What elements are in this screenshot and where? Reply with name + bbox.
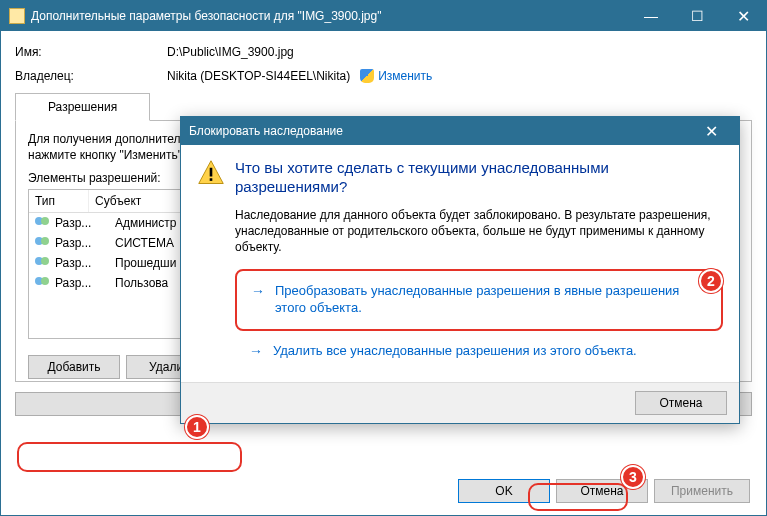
dialog-footer: Отмена xyxy=(181,382,739,423)
maximize-button[interactable]: ☐ xyxy=(674,1,720,31)
users-icon xyxy=(35,257,51,269)
dialog-question: Что вы хотите сделать с текущими унаслед… xyxy=(235,159,723,197)
close-button[interactable]: ✕ xyxy=(720,1,766,31)
block-inheritance-dialog: Блокировать наследование ✕ Что вы хотите… xyxy=(180,116,740,424)
svg-rect-1 xyxy=(210,168,213,177)
bottom-buttons: OK Отмена Применить xyxy=(458,479,750,503)
arrow-icon: → xyxy=(251,283,265,317)
titlebar[interactable]: Дополнительные параметры безопасности дл… xyxy=(1,1,766,31)
option-convert[interactable]: → Преобразовать унаследованные разрешени… xyxy=(235,269,723,331)
annotation-badge-1: 1 xyxy=(185,415,209,439)
folder-icon xyxy=(9,8,25,24)
owner-label: Владелец: xyxy=(15,69,167,83)
tab-permissions[interactable]: Разрешения xyxy=(15,93,150,121)
dialog-titlebar[interactable]: Блокировать наследование ✕ xyxy=(181,117,739,145)
dialog-body: Что вы хотите сделать с текущими унаслед… xyxy=(181,145,739,382)
users-icon xyxy=(35,237,51,249)
name-value: D:\Public\IMG_3900.jpg xyxy=(167,45,294,59)
arrow-icon: → xyxy=(249,343,263,360)
annotation-badge-2: 2 xyxy=(699,269,723,293)
option-remove-text: Удалить все унаследованные разрешения из… xyxy=(273,343,637,360)
change-owner-link[interactable]: Изменить xyxy=(378,69,432,83)
col-type[interactable]: Тип xyxy=(29,190,89,212)
minimize-button[interactable]: — xyxy=(628,1,674,31)
dialog-text: Наследование для данного объекта будет з… xyxy=(235,207,723,256)
svg-rect-2 xyxy=(210,178,213,181)
dialog-close-button[interactable]: ✕ xyxy=(691,117,731,145)
annotation-badge-3: 3 xyxy=(621,465,645,489)
warning-icon xyxy=(197,159,225,187)
owner-value: Nikita (DESKTOP-SI44EEL\Nikita) xyxy=(167,69,350,83)
window-title: Дополнительные параметры безопасности дл… xyxy=(31,9,628,23)
option-convert-text: Преобразовать унаследованные разрешения … xyxy=(275,283,707,317)
users-icon xyxy=(35,217,51,229)
apply-button[interactable]: Применить xyxy=(654,479,750,503)
ok-button[interactable]: OK xyxy=(458,479,550,503)
add-button[interactable]: Добавить xyxy=(28,355,120,379)
name-label: Имя: xyxy=(15,45,167,59)
dialog-title: Блокировать наследование xyxy=(189,124,691,138)
users-icon xyxy=(35,277,51,289)
shield-icon xyxy=(360,69,374,83)
dialog-cancel-button[interactable]: Отмена xyxy=(635,391,727,415)
option-remove[interactable]: → Удалить все унаследованные разрешения … xyxy=(235,331,723,372)
